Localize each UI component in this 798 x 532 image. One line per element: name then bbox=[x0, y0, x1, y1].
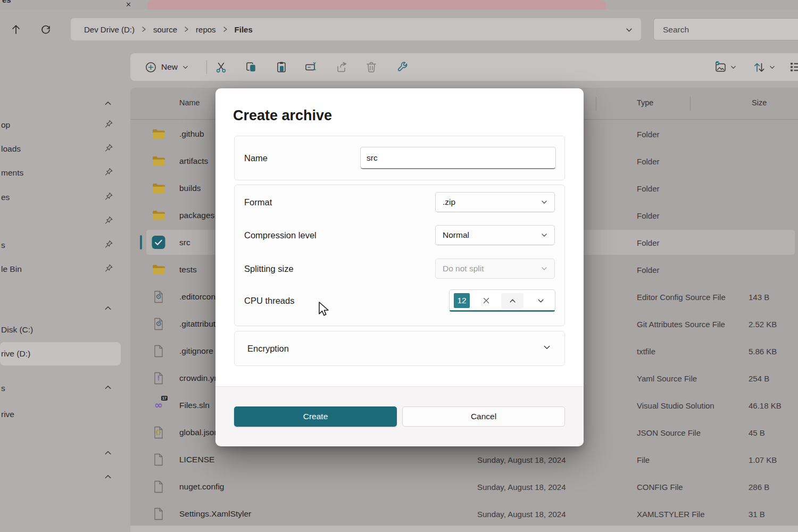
file-row-nuget.config[interactable]: nuget.configSunday, August 18, 2024CONFI… bbox=[130, 473, 798, 500]
sidebar-item-s[interactable]: s bbox=[0, 234, 130, 257]
sidebar-drive-Disk (C:)[interactable]: Disk (C:) bbox=[0, 318, 130, 342]
column-divider[interactable] bbox=[690, 97, 691, 111]
name-card: Name bbox=[234, 136, 565, 180]
refresh-button[interactable] bbox=[37, 21, 54, 38]
copy-button[interactable] bbox=[242, 59, 261, 76]
cpu-threads-numberbox[interactable]: 12 bbox=[449, 289, 555, 312]
settings-card: Format .zip Compression level Normal Spl… bbox=[234, 185, 565, 326]
new-button-label: New bbox=[161, 62, 178, 72]
file-name[interactable]: packages bbox=[179, 211, 214, 220]
share-button[interactable] bbox=[332, 59, 351, 76]
inactive-tab[interactable] bbox=[147, 0, 606, 10]
file-name[interactable]: builds bbox=[179, 184, 201, 193]
format-combobox[interactable]: .zip bbox=[435, 192, 555, 212]
cancel-button[interactable]: Cancel bbox=[402, 406, 565, 427]
file-name[interactable]: .gitignore bbox=[179, 346, 213, 356]
sidebar-item-le Bin[interactable]: le Bin bbox=[0, 257, 130, 281]
chevron-right-icon bbox=[142, 26, 146, 32]
sidebar-section-collapse[interactable] bbox=[0, 93, 130, 116]
splitting-label: Splitting size bbox=[244, 264, 294, 274]
sidebar-section-label: s bbox=[1, 384, 5, 393]
pin-icon[interactable] bbox=[104, 168, 113, 177]
sidebar-drive-rive (D:)[interactable]: rive (D:) bbox=[0, 342, 130, 365]
chevron-down-icon bbox=[182, 64, 188, 70]
chevron-down-icon[interactable] bbox=[543, 344, 551, 353]
sidebar-section-collapse[interactable] bbox=[0, 297, 130, 321]
file-name[interactable]: src bbox=[179, 238, 190, 247]
chevron-up-icon[interactable] bbox=[104, 473, 112, 480]
checkbox-checked-icon[interactable] bbox=[152, 235, 165, 250]
chevron-up-icon[interactable] bbox=[104, 304, 112, 312]
column-header-name[interactable]: Name bbox=[179, 98, 200, 107]
pin-icon[interactable] bbox=[104, 144, 113, 153]
column-header-size[interactable]: Size bbox=[752, 98, 767, 107]
file-name[interactable]: tests bbox=[179, 265, 197, 275]
sidebar-section-collapse[interactable] bbox=[0, 466, 130, 489]
sidebar-section-collapse[interactable] bbox=[0, 442, 130, 466]
folder-icon bbox=[152, 156, 165, 166]
cut-button[interactable] bbox=[211, 59, 230, 76]
rename-button[interactable] bbox=[302, 59, 321, 76]
pin-icon[interactable] bbox=[104, 215, 113, 225]
cpu-threads-row: CPU threads 12 bbox=[235, 284, 564, 317]
folder-icon bbox=[152, 210, 165, 220]
breadcrumb-item-source[interactable]: source bbox=[153, 25, 177, 34]
file-row-LICENSE[interactable]: LICENSESunday, August 18, 2024File1.07 K… bbox=[130, 446, 798, 473]
details-view-button[interactable] bbox=[789, 59, 798, 76]
active-tab-title[interactable]: es bbox=[2, 0, 11, 4]
chevron-up-icon[interactable] bbox=[104, 449, 112, 456]
compression-combobox[interactable]: Normal bbox=[435, 225, 555, 245]
tab-close-icon[interactable]: ✕ bbox=[126, 0, 131, 10]
pin-icon[interactable] bbox=[104, 120, 113, 129]
file-type: Folder bbox=[637, 129, 660, 138]
encryption-expander[interactable]: Encryption bbox=[234, 331, 565, 366]
increment-button[interactable] bbox=[501, 293, 523, 309]
delete-button[interactable] bbox=[362, 59, 381, 76]
search-box[interactable] bbox=[653, 18, 798, 40]
chevron-up-icon[interactable] bbox=[104, 384, 112, 391]
file-type: Git Attributes Source File bbox=[637, 319, 725, 328]
file-name[interactable]: Settings.XamlStyler bbox=[179, 509, 251, 519]
sidebar-item-hidden[interactable] bbox=[0, 210, 130, 233]
pin-icon[interactable] bbox=[104, 240, 113, 249]
sidebar-section-header[interactable]: s bbox=[0, 377, 130, 400]
file-name[interactable]: artifacts bbox=[179, 156, 208, 166]
pin-icon[interactable] bbox=[104, 192, 113, 201]
search-input[interactable] bbox=[654, 19, 797, 41]
file-name[interactable]: Files.sln bbox=[179, 401, 210, 410]
up-button[interactable] bbox=[7, 21, 24, 38]
chevron-up-icon[interactable] bbox=[104, 99, 112, 107]
clear-icon[interactable] bbox=[479, 294, 493, 307]
file-row-Settings.XamlStyler[interactable]: Settings.XamlStylerSunday, August 18, 20… bbox=[130, 500, 798, 526]
file-name[interactable]: global.json bbox=[179, 428, 219, 437]
file-name[interactable]: .github bbox=[179, 129, 204, 139]
column-divider[interactable] bbox=[596, 97, 596, 111]
file-name[interactable]: LICENSE bbox=[179, 455, 214, 464]
create-button[interactable]: Create bbox=[234, 406, 397, 427]
sidebar-item-rive[interactable]: rive bbox=[0, 403, 130, 426]
new-button[interactable]: New bbox=[140, 59, 194, 76]
archive-name-input[interactable] bbox=[360, 147, 556, 169]
breadcrumb[interactable]: Dev Drive (D:) source repos Files bbox=[71, 18, 641, 40]
sidebar-item-loads[interactable]: loads bbox=[0, 137, 130, 161]
file-icon-cell[interactable] bbox=[152, 236, 165, 250]
column-header-type[interactable]: Type bbox=[637, 98, 653, 107]
sort-options-button[interactable] bbox=[749, 59, 779, 76]
sidebar-item-ments[interactable]: ments bbox=[0, 161, 130, 185]
thumbnail-view-icon bbox=[713, 61, 727, 73]
pin-icon[interactable] bbox=[104, 264, 113, 273]
sidebar-item-op[interactable]: op bbox=[0, 113, 130, 137]
breadcrumb-dropdown-chevron-icon[interactable] bbox=[626, 26, 633, 36]
paste-button[interactable] bbox=[272, 59, 291, 76]
file-name[interactable]: nuget.config bbox=[179, 482, 224, 492]
layout-options-button[interactable] bbox=[710, 59, 739, 76]
file-icon-cell bbox=[152, 507, 165, 521]
properties-button[interactable] bbox=[393, 59, 412, 76]
breadcrumb-item-current[interactable]: Files bbox=[235, 25, 253, 34]
breadcrumb-item-drive[interactable]: Dev Drive (D:) bbox=[84, 25, 135, 34]
sidebar-item-es[interactable]: es bbox=[0, 186, 130, 209]
decrement-button[interactable] bbox=[533, 294, 548, 307]
copy-icon bbox=[245, 61, 257, 73]
file-icon-cell bbox=[152, 181, 165, 195]
breadcrumb-item-repos[interactable]: repos bbox=[196, 25, 216, 34]
